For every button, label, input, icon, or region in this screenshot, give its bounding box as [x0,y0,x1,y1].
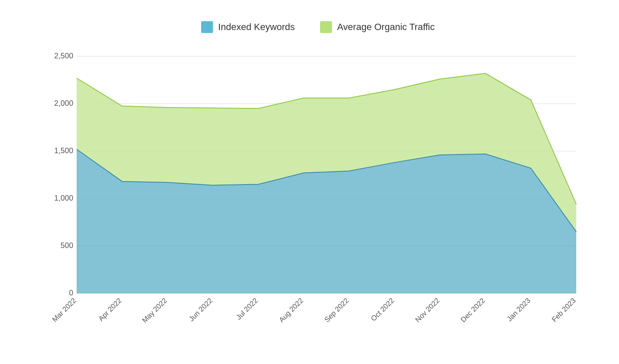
chart-container: Indexed Keywords Average Organic Traffic… [17,13,602,351]
legend-label-avg-organic-traffic: Average Organic Traffic [337,22,434,33]
svg-text:Jul 2022: Jul 2022 [235,296,260,321]
svg-text:Apr 2022: Apr 2022 [97,296,123,323]
legend-swatch-indexed-keywords [201,21,213,33]
legend-item-indexed-keywords: Indexed Keywords [201,21,295,33]
main-chart-svg: 05001,0001,5002,0002,500Mar 2022Apr 2022… [51,46,585,325]
legend-item-avg-organic-traffic: Average Organic Traffic [320,21,434,33]
svg-text:Dec 2022: Dec 2022 [459,296,486,324]
svg-text:Nov 2022: Nov 2022 [414,296,441,324]
svg-text:May 2022: May 2022 [141,296,169,324]
legend-swatch-avg-organic-traffic [320,21,332,33]
svg-text:Mar 2022: Mar 2022 [51,296,78,323]
svg-text:Jan 2023: Jan 2023 [506,296,532,323]
svg-text:0: 0 [69,289,73,297]
svg-text:Aug 2022: Aug 2022 [277,296,305,324]
svg-text:1,500: 1,500 [54,146,73,155]
svg-text:Oct 2022: Oct 2022 [370,296,396,323]
legend-label-indexed-keywords: Indexed Keywords [218,22,295,33]
svg-text:Jun 2022: Jun 2022 [188,296,214,323]
chart-legend: Indexed Keywords Average Organic Traffic [51,21,585,33]
svg-text:Sep 2022: Sep 2022 [323,296,351,324]
svg-text:Feb 2023: Feb 2023 [550,296,578,323]
svg-text:2,000: 2,000 [54,99,73,108]
svg-text:1,000: 1,000 [54,194,73,202]
svg-text:2,500: 2,500 [54,52,73,60]
svg-text:500: 500 [61,241,73,250]
chart-area: 05001,0001,5002,0002,500Mar 2022Apr 2022… [51,46,585,325]
